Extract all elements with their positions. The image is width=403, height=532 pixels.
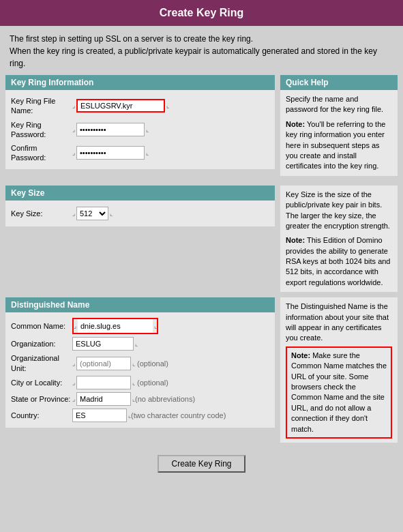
common-name-row: Common Name: ⌟ ⌞: [11, 316, 269, 336]
key-size-block: Key Size Key Size: ⌟ 512 1024 ⌞: [5, 186, 275, 226]
quick-help-note-label: Note:: [286, 120, 305, 128]
key-ring-info-body: Key Ring File Name: ⌟ ⌞ Key Ring Passwor…: [5, 90, 275, 169]
dn-note-label: Note:: [291, 351, 310, 359]
key-size-help-text: Key Size is the size of the public/priva…: [286, 190, 392, 232]
common-name-input[interactable]: [78, 319, 153, 333]
file-name-marker-before: ⌟: [72, 102, 75, 109]
confirm-label: Confirm Password:: [11, 143, 72, 163]
confirm-input-wrapper: ⌟ ⌞: [72, 146, 149, 160]
password-marker-after: ⌞: [146, 126, 149, 133]
key-size-input-wrapper: ⌟ 512 1024 ⌞: [72, 207, 113, 220]
ou-marker-before: ⌟: [72, 360, 75, 367]
intro-line2: When the key ring is created, a public/p…: [10, 45, 393, 70]
right-panel-keyring: Quick Help Specify the name and password…: [275, 75, 398, 180]
org-input-wrapper: ⌞: [72, 337, 138, 351]
left-panel-keysize: Key Size Key Size: ⌟ 512 1024 ⌞: [5, 186, 275, 293]
key-size-header: Key Size: [5, 186, 275, 201]
password-input[interactable]: [76, 123, 145, 136]
cn-marker-after: ⌞: [154, 323, 157, 329]
key-size-marker-before: ⌟: [72, 210, 75, 217]
key-size-marker-after: ⌞: [110, 210, 113, 217]
password-row: Key Ring Password: ⌟ ⌞: [11, 118, 269, 142]
file-name-input-wrapper: ⌟ ⌞: [72, 99, 169, 113]
create-button-area: Create Key Ring: [0, 448, 403, 479]
key-size-select[interactable]: 512 1024: [76, 207, 108, 220]
dn-note-box: Note: Make sure the Common Name matches …: [286, 346, 392, 439]
key-size-section: Key Size Key Size: ⌟ 512 1024 ⌞: [0, 186, 403, 298]
key-ring-section: Key Ring Information Key Ring File Name:…: [0, 75, 403, 186]
file-name-input[interactable]: [76, 99, 165, 113]
cn-marker-before: ⌟: [74, 323, 76, 329]
org-unit-row: Organizational Unit: ⌟ ⌞ (optional): [11, 352, 269, 374]
org-unit-input-wrapper: ⌟ ⌞ (optional): [72, 357, 168, 370]
quick-help-section: Quick Help Specify the name and password…: [280, 75, 398, 176]
key-size-row: Key Size: ⌟ 512 1024 ⌞: [11, 205, 269, 222]
key-size-body: Key Size: ⌟ 512 1024 ⌞: [5, 201, 275, 226]
key-size-note: Note: This Edition of Domino provides th…: [286, 235, 392, 288]
key-size-label: Key Size:: [11, 209, 72, 218]
ou-optional: (optional): [135, 359, 168, 368]
state-input-wrapper: ⌟ ⌞ (no abbreviations): [72, 392, 195, 406]
quick-help-body: Specify the name and password for the ke…: [280, 90, 398, 176]
confirm-input[interactable]: [76, 146, 145, 160]
org-unit-label: Organizational Unit:: [11, 353, 72, 373]
state-row: State or Province: ⌟ ⌞ (no abbreviations…: [11, 391, 269, 407]
dn-help-text: The Distinguished Name is the informatio…: [286, 301, 392, 344]
dn-block: Distinguished Name Common Name: ⌟ ⌞ Orga…: [5, 297, 275, 428]
dn-section: Distinguished Name Common Name: ⌟ ⌞ Orga…: [0, 297, 403, 448]
file-name-row: Key Ring File Name: ⌟ ⌞: [11, 94, 269, 118]
left-panel-dn: Distinguished Name Common Name: ⌟ ⌞ Orga…: [5, 297, 275, 443]
create-key-ring-button[interactable]: Create Key Ring: [158, 455, 245, 473]
city-label: City or Locality:: [11, 378, 72, 387]
org-marker-after: ⌞: [135, 340, 138, 347]
dn-help-body: The Distinguished Name is the informatio…: [280, 297, 398, 443]
country-label: Country:: [11, 411, 72, 420]
country-input[interactable]: [72, 409, 127, 422]
confirm-marker-before: ⌟: [72, 149, 75, 156]
password-marker-before: ⌟: [72, 126, 75, 133]
key-ring-info-block: Key Ring Information Key Ring File Name:…: [5, 75, 275, 169]
country-row: Country: ⌞ (two character country code): [11, 407, 269, 424]
intro-text: The first step in setting up SSL on a se…: [0, 26, 403, 75]
state-marker-before: ⌟: [72, 396, 75, 402]
intro-line1: The first step in setting up SSL on a se…: [10, 33, 393, 45]
key-size-note-label: Note:: [286, 236, 305, 244]
confirm-row: Confirm Password: ⌟ ⌞: [11, 141, 269, 165]
country-suffix: (two character country code): [131, 411, 226, 419]
right-panel-dn: The Distinguished Name is the informatio…: [275, 297, 398, 443]
dn-body: Common Name: ⌟ ⌞ Organization: ⌞: [5, 312, 275, 428]
city-input[interactable]: [76, 376, 131, 389]
city-row: City or Locality: ⌟ ⌞ (optional): [11, 374, 269, 391]
state-suffix: (no abbreviations): [135, 395, 195, 403]
city-optional: (optional): [135, 379, 168, 387]
key-size-help-body: Key Size is the size of the public/priva…: [280, 186, 398, 293]
confirm-marker-after: ⌞: [146, 149, 149, 156]
quick-help-header: Quick Help: [280, 75, 398, 90]
org-label: Organization:: [11, 339, 72, 349]
quick-help-text1: Specify the name and password for the ke…: [286, 94, 392, 115]
file-name-label: Key Ring File Name:: [11, 96, 72, 116]
state-input[interactable]: [76, 392, 131, 406]
quick-help-note: Note: You'll be referring to the key rin…: [286, 119, 392, 172]
password-label: Key Ring Password:: [11, 120, 72, 140]
common-name-input-wrapper: ⌟ ⌞: [72, 318, 158, 334]
org-row: Organization: ⌞: [11, 336, 269, 352]
common-name-label: Common Name:: [11, 321, 72, 331]
left-panel-keyring: Key Ring Information Key Ring File Name:…: [5, 75, 275, 180]
dn-note-text: Make sure the Common Name matches the UR…: [291, 351, 387, 433]
password-input-wrapper: ⌟ ⌞: [72, 123, 149, 136]
file-name-marker-after: ⌞: [166, 102, 169, 109]
right-panel-keysize: Key Size is the size of the public/priva…: [275, 186, 398, 293]
city-marker-before: ⌟: [72, 379, 75, 386]
state-label: State or Province:: [11, 394, 72, 404]
country-input-wrapper: ⌞ (two character country code): [72, 409, 226, 422]
page-container: Create Key Ring The first step in settin…: [0, 0, 403, 479]
page-title: Create Key Ring: [0, 0, 403, 26]
org-input[interactable]: [72, 337, 134, 351]
city-input-wrapper: ⌟ ⌞ (optional): [72, 376, 168, 389]
dn-header: Distinguished Name: [5, 297, 275, 312]
key-ring-info-header: Key Ring Information: [5, 75, 275, 90]
org-unit-input[interactable]: [76, 357, 131, 370]
